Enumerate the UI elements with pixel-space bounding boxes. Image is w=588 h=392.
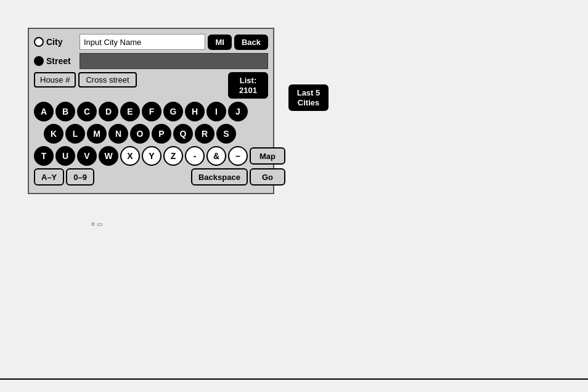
key-J[interactable]: J: [228, 102, 248, 121]
key-E[interactable]: E: [120, 102, 140, 121]
key-row-3: T U V W X Y Z - & – Map: [34, 146, 285, 166]
city-input-display[interactable]: Input City Name: [80, 34, 205, 50]
back-button[interactable]: Back: [234, 35, 268, 50]
key-V[interactable]: V: [77, 146, 97, 166]
key-row-2: K L M N O P Q R S: [34, 124, 285, 144]
key-endash[interactable]: –: [228, 146, 248, 166]
zero9-button[interactable]: 0–9: [66, 168, 94, 186]
keyboard-area: A B C D E F G H I J K L M N O P Q R: [34, 102, 285, 188]
key-dash[interactable]: -: [185, 146, 205, 166]
key-X[interactable]: X: [120, 146, 140, 166]
key-R[interactable]: R: [195, 124, 214, 144]
list-button[interactable]: List: 2101: [228, 72, 268, 99]
key-S[interactable]: S: [216, 124, 236, 144]
key-C[interactable]: C: [77, 102, 97, 121]
key-I[interactable]: I: [206, 102, 226, 121]
go-button[interactable]: Go: [250, 168, 285, 186]
key-M[interactable]: M: [87, 124, 107, 144]
key-ampersand[interactable]: &: [206, 146, 226, 166]
key-L[interactable]: L: [65, 124, 85, 144]
street-label: Street: [46, 56, 71, 66]
bottom-divider: [0, 378, 588, 380]
key-A[interactable]: A: [34, 102, 54, 121]
street-input-field[interactable]: [80, 53, 268, 69]
key-row-bottom: A–Y 0–9 Backspace Go: [34, 168, 285, 186]
key-F[interactable]: F: [142, 102, 161, 121]
ay-button[interactable]: A–Y: [34, 168, 64, 186]
key-D[interactable]: D: [99, 102, 118, 121]
city-input-text: Input City Name: [84, 38, 141, 47]
key-G[interactable]: G: [163, 102, 183, 121]
city-radio-label[interactable]: City: [34, 37, 77, 47]
key-N[interactable]: N: [108, 124, 128, 144]
key-B[interactable]: B: [55, 102, 75, 121]
key-H[interactable]: H: [185, 102, 205, 121]
key-W[interactable]: W: [99, 146, 118, 166]
street-radio-label[interactable]: Street: [34, 56, 77, 66]
key-K[interactable]: K: [44, 124, 63, 144]
navigation-panel: City Input City Name MI Back Street Hous…: [28, 28, 274, 194]
key-O[interactable]: O: [130, 124, 150, 144]
small-icon: ≡ ▭: [91, 221, 102, 227]
key-row-1: A B C D E F G H I J: [34, 102, 285, 121]
key-Z[interactable]: Z: [163, 146, 183, 166]
backspace-button[interactable]: Backspace: [191, 168, 248, 186]
last5-cities-button[interactable]: Last 5 Cities: [288, 84, 329, 111]
mi-button[interactable]: MI: [208, 35, 231, 50]
key-P[interactable]: P: [152, 124, 171, 144]
key-Y[interactable]: Y: [142, 146, 161, 166]
key-Q[interactable]: Q: [173, 124, 193, 144]
key-T[interactable]: T: [34, 146, 54, 166]
street-radio-button[interactable]: [34, 56, 44, 66]
city-label: City: [46, 37, 62, 47]
map-button[interactable]: Map: [250, 147, 285, 165]
key-U[interactable]: U: [55, 146, 75, 166]
city-radio-button[interactable]: [34, 37, 44, 47]
cross-street-button[interactable]: Cross street: [78, 72, 136, 88]
house-number-button[interactable]: House #: [34, 72, 76, 88]
right-buttons: List: 2101: [228, 72, 268, 99]
